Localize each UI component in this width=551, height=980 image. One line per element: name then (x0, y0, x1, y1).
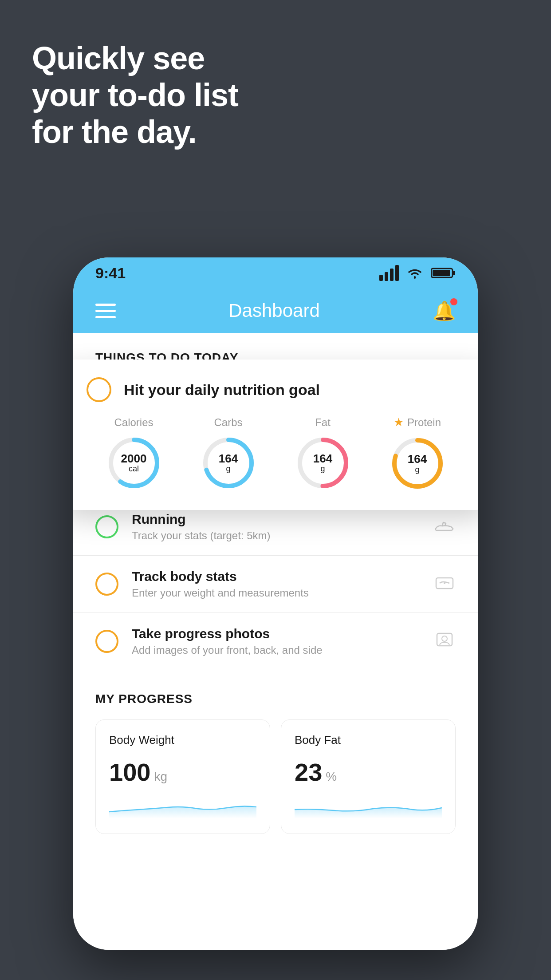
body-weight-card[interactable]: Body Weight 100kg (95, 719, 270, 834)
phone-content: THINGS TO DO TODAY Hit your daily nutrit… (73, 333, 478, 950)
nav-title: Dashboard (228, 300, 319, 321)
svg-point-12 (444, 582, 445, 584)
scale-icon (433, 573, 456, 595)
progress-header: MY PROGRESS (95, 692, 456, 706)
todo-body-stats[interactable]: Track body stats Enter your weight and m… (73, 555, 478, 612)
todo-bodystats-subtitle: Enter your weight and measurements (132, 587, 420, 599)
todo-photos-title: Take progress photos (132, 626, 420, 641)
body-weight-title: Body Weight (109, 733, 256, 747)
battery-icon (431, 266, 456, 280)
body-fat-title: Body Fat (295, 733, 442, 747)
nutrition-card[interactable]: Hit your daily nutrition goal Calories 2… (73, 360, 478, 510)
navbar: Dashboard 🔔 (73, 288, 478, 333)
signal-icon (379, 265, 399, 281)
body-weight-value: 100kg (109, 758, 256, 786)
todo-photos-subtitle: Add images of your front, back, and side (132, 644, 420, 656)
body-weight-graph (109, 796, 256, 818)
body-fat-unit: % (326, 770, 337, 783)
body-weight-unit: kg (154, 770, 167, 783)
svg-rect-13 (437, 633, 452, 646)
protein-ring: 164 g (389, 435, 446, 492)
carbs-ring: 164 g (200, 434, 257, 492)
macro-protein: ★ Protein 164 g (389, 415, 446, 492)
hamburger-menu[interactable] (95, 304, 116, 318)
star-icon: ★ (394, 415, 404, 429)
notification-dot (450, 298, 457, 305)
headline: Quickly see your to-do list for the day. (32, 40, 238, 150)
fat-ring: 164 g (294, 434, 352, 492)
status-time: 9:41 (95, 265, 126, 282)
macro-calories: Calories 2000 cal (105, 416, 163, 492)
svg-point-14 (442, 636, 447, 641)
todo-bodystats-checkbox[interactable] (95, 573, 118, 596)
wifi-icon (406, 266, 424, 280)
svg-rect-2 (453, 271, 455, 275)
todo-bodystats-title: Track body stats (132, 569, 420, 584)
person-icon (433, 631, 456, 652)
status-icons (379, 265, 456, 281)
body-fat-card[interactable]: Body Fat 23% (281, 719, 456, 834)
todo-progress-photos[interactable]: Take progress photos Add images of your … (73, 612, 478, 670)
macro-carbs: Carbs 164 g (200, 416, 257, 492)
headline-line1: Quickly see (32, 40, 238, 77)
macro-fat-label: Fat (315, 416, 331, 429)
body-fat-graph (295, 796, 442, 818)
nutrition-card-header: Hit your daily nutrition goal (87, 377, 464, 402)
macro-protein-label: ★ Protein (394, 415, 441, 429)
macro-fat: Fat 164 g (294, 416, 352, 492)
status-bar: 9:41 (73, 257, 478, 288)
calories-ring: 2000 cal (105, 434, 163, 492)
headline-line2: your to-do list (32, 77, 238, 114)
macro-carbs-label: Carbs (214, 416, 242, 429)
macro-calories-label: Calories (114, 416, 153, 429)
svg-rect-1 (433, 270, 450, 276)
shoe-icon (433, 516, 456, 538)
notification-bell[interactable]: 🔔 (433, 300, 456, 322)
phone-mockup: 9:41 (73, 257, 478, 950)
todo-running-title: Running (132, 512, 420, 527)
progress-cards: Body Weight 100kg (95, 719, 456, 834)
headline-line3: for the day. (32, 114, 238, 150)
todo-running-subtitle: Track your stats (target: 5km) (132, 530, 420, 542)
progress-section: MY PROGRESS Body Weight 100kg (73, 670, 478, 834)
todo-photos-checkbox[interactable] (95, 630, 118, 653)
todo-running-checkbox[interactable] (95, 515, 118, 538)
nutrition-macros: Calories 2000 cal Carbs (87, 415, 464, 492)
body-fat-value: 23% (295, 758, 442, 786)
nutrition-checkbox[interactable] (87, 377, 111, 402)
nutrition-title: Hit your daily nutrition goal (124, 381, 320, 399)
